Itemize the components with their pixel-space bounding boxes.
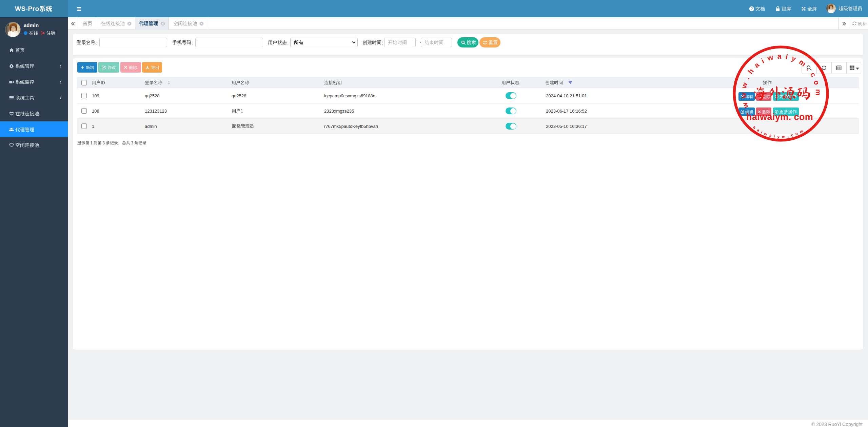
svg-text:?: ?	[751, 7, 753, 11]
svg-text:www.haiwaiym.com: www.haiwaiym.com	[739, 52, 822, 110]
